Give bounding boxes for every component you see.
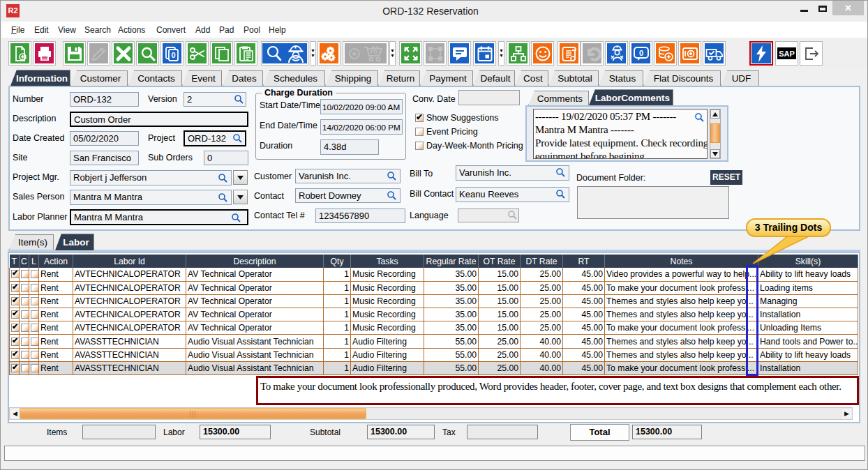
svg-text:0: 0 [638,48,643,56]
svg-text:0: 0 [171,51,175,59]
svg-text:PO: PO [371,50,378,54]
svg-text:SAP: SAP [779,50,795,58]
